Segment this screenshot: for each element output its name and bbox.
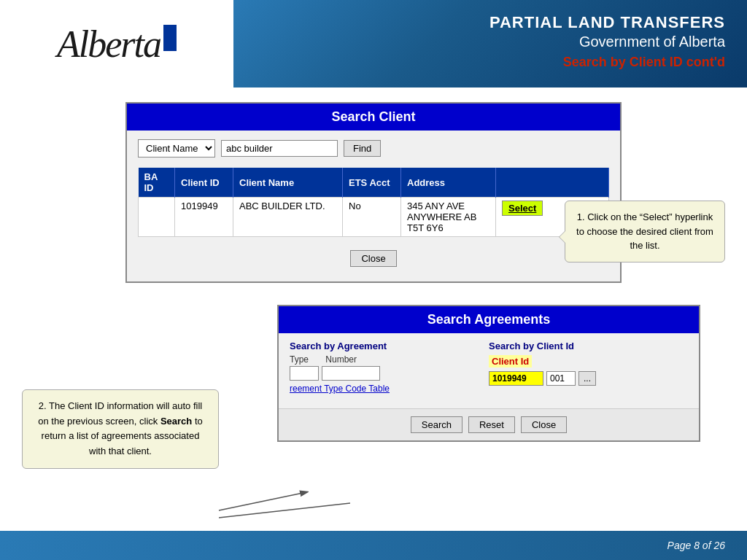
- svg-line-1: [219, 503, 350, 518]
- header-title1: PARTIAL LAND TRANSFERS: [489, 13, 725, 32]
- header-right: PARTIAL LAND TRANSFERS Government of Alb…: [233, 0, 747, 88]
- header-subtitle: Search by Client ID cont'd: [563, 55, 725, 70]
- type-input[interactable]: [290, 366, 319, 381]
- agreement-by-agreement: Search by Agreement Type Number reement …: [290, 341, 489, 394]
- search-row: Client Name Client ID Find: [138, 139, 609, 158]
- table-row: 1019949 ABC BUILDER LTD. No 345 ANY AVEA…: [139, 198, 609, 237]
- col-action: [496, 168, 609, 198]
- client-name-dropdown[interactable]: Client Name Client ID: [138, 139, 215, 158]
- select-button[interactable]: Select: [502, 201, 543, 216]
- type-number-inputs: [290, 366, 489, 381]
- col-ba-id: BA ID: [139, 168, 175, 198]
- cell-client-id: 1019949: [175, 198, 233, 237]
- col-ets-acct: ETS Acct: [343, 168, 401, 198]
- callout2: 2. The Client ID information will auto f…: [22, 389, 219, 469]
- search-agreements-title: Search Agreements: [279, 306, 699, 333]
- footer: Page 8 of 26: [0, 531, 747, 560]
- type-label: Type: [290, 354, 309, 365]
- agreements-body: Search by Agreement Type Number reement …: [279, 333, 699, 408]
- cell-ets-acct: No: [343, 198, 401, 237]
- client-id-field[interactable]: [489, 371, 543, 386]
- client-sub-field[interactable]: [546, 371, 576, 386]
- panel-footer: Close: [138, 244, 609, 273]
- by-agreement-label: Search by Agreement: [290, 341, 489, 351]
- agreements-section: Search by Agreement Type Number reement …: [290, 341, 688, 394]
- page-number: Page 8 of 26: [667, 540, 725, 551]
- number-input[interactable]: [322, 366, 380, 381]
- results-table: BA ID Client ID Client Name ETS Acct Add…: [138, 168, 609, 237]
- agreement-by-client: Search by Client Id Client Id ...: [489, 341, 688, 394]
- col-client-id: Client ID: [175, 168, 233, 198]
- svg-line-0: [219, 492, 306, 510]
- search-button[interactable]: Search: [411, 416, 462, 433]
- code-table-link[interactable]: reement Type Code Table: [290, 384, 489, 394]
- cell-address: 345 ANY AVEANYWHERE AB T5T 6Y6: [401, 198, 496, 237]
- main-content: Search Client Client Name Client ID Find…: [0, 88, 747, 531]
- logo-flag-icon: [163, 25, 177, 51]
- callout1: 1. Click on the “Select” hyperlink to ch…: [565, 201, 725, 262]
- search-input[interactable]: [221, 140, 338, 157]
- ellipsis-button[interactable]: ...: [578, 371, 596, 386]
- reset-button[interactable]: Reset: [468, 416, 515, 433]
- callout1-text: 1. Click on the “Select” hyperlink to ch…: [576, 211, 713, 251]
- search-client-panel: Search Client Client Name Client ID Find…: [125, 102, 622, 283]
- logo-area: Alberta: [0, 0, 233, 88]
- callout2-text: 2. The Client ID information will auto f…: [38, 400, 202, 456]
- close-button[interactable]: Close: [350, 250, 396, 267]
- client-id-label: Client Id: [489, 355, 532, 368]
- col-address: Address: [401, 168, 496, 198]
- logo-text: Alberta: [57, 23, 160, 66]
- by-client-label: Search by Client Id: [489, 341, 688, 351]
- type-number-labels: Type Number: [290, 354, 489, 365]
- col-client-name: Client Name: [233, 168, 343, 198]
- cell-client-name: ABC BUILDER LTD.: [233, 198, 343, 237]
- header-title2: Government of Alberta: [579, 34, 725, 50]
- find-button[interactable]: Find: [344, 140, 381, 157]
- search-client-body: Client Name Client ID Find BA ID Client …: [127, 131, 620, 281]
- search-agreements-panel: Search Agreements Search by Agreement Ty…: [277, 305, 700, 442]
- agreements-close-button[interactable]: Close: [521, 416, 567, 433]
- search-client-title: Search Client: [127, 104, 620, 131]
- number-label: Number: [325, 354, 357, 365]
- cell-ba-id: [139, 198, 175, 237]
- agreements-footer: Search Reset Close: [279, 408, 699, 440]
- client-id-inputs: ...: [489, 371, 688, 386]
- header: Alberta PARTIAL LAND TRANSFERS Governmen…: [0, 0, 747, 88]
